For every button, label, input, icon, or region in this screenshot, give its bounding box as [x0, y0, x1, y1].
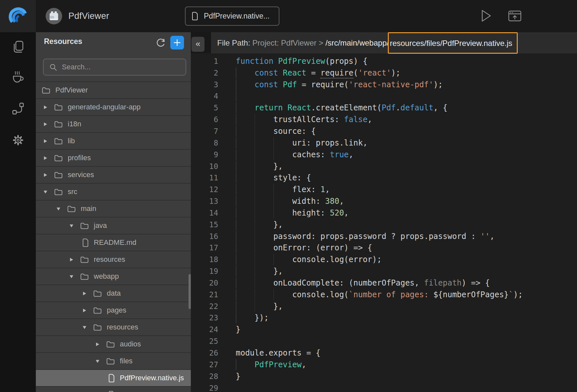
line-number: 29 [191, 384, 218, 392]
tree-row[interactable]: audios [36, 336, 191, 353]
chevron-down-icon[interactable] [95, 359, 100, 364]
code-text [236, 91, 255, 101]
avatar[interactable] [46, 8, 62, 24]
path-project: Project: PdfViewer > [252, 38, 325, 48]
line-number: 2 [191, 69, 218, 77]
tree-indent [36, 310, 82, 311]
indent-guide [255, 137, 255, 148]
run-button[interactable] [481, 9, 492, 22]
code-line: 2 const React = require('react'); [191, 67, 577, 79]
code-text: return React.createElement(Pdf.default, … [236, 103, 447, 112]
folder-icon [54, 137, 63, 145]
chevron-down-icon[interactable] [43, 189, 48, 194]
code-viewer[interactable]: 1function PdfPreview(props) {2 const Rea… [191, 53, 577, 392]
code-text: source: { [236, 127, 316, 136]
tree-scrollbar[interactable] [189, 274, 191, 309]
tree-row[interactable]: i18n [36, 116, 191, 133]
gear-icon[interactable] [11, 133, 25, 147]
tree-row[interactable] [36, 387, 191, 392]
chevron-right-icon[interactable] [43, 156, 48, 161]
tree-indent [36, 259, 69, 260]
code-line: 9 caches: true, [191, 149, 577, 161]
indent-guide [236, 266, 236, 277]
code-text: height: 520, [236, 208, 349, 217]
tree-row[interactable]: README.md [36, 234, 191, 251]
chevron-down-icon[interactable] [82, 325, 87, 330]
tree-indent [36, 327, 82, 328]
chevron-right-icon[interactable] [43, 105, 48, 110]
tree-item-label: audios [120, 340, 141, 348]
indent-guide [274, 254, 274, 265]
tree-row[interactable]: resources [36, 251, 191, 268]
search-input[interactable]: Search... [43, 59, 186, 76]
code-line: 6 trustAllCerts: false, [191, 114, 577, 125]
indent-guide [236, 231, 236, 242]
app-logo-tile[interactable] [0, 0, 36, 32]
indent-guide [255, 301, 255, 312]
code-line: 28} [191, 371, 577, 382]
code-text: }, [236, 162, 283, 171]
publish-button[interactable] [508, 9, 522, 23]
tree-row[interactable]: java [36, 217, 191, 234]
folder-icon [80, 273, 89, 280]
tree-row[interactable]: resources [36, 319, 191, 336]
collapse-panel-button[interactable]: « [191, 37, 204, 52]
flow-icon[interactable] [11, 102, 25, 116]
line-number: 26 [191, 349, 218, 357]
tree-row[interactable]: pages [36, 302, 191, 319]
tree-row[interactable]: files [36, 353, 191, 370]
tree-indent [36, 344, 95, 344]
code-text: }, [236, 267, 283, 276]
collapse-icon: « [196, 39, 200, 49]
chevron-right-icon[interactable] [95, 342, 100, 347]
path-prefix: /src/main/webapp/ [325, 38, 389, 48]
tree-row[interactable]: generated-angular-app [36, 99, 191, 116]
line-number: 1 [191, 57, 218, 65]
code-line: 22 }, [191, 301, 577, 312]
indent-guide [236, 277, 236, 288]
path-label: File Path: [217, 38, 252, 48]
tree-row-selected[interactable]: PdfPreview.native.js [36, 370, 191, 387]
tree-indent [36, 361, 95, 361]
tree-row[interactable]: main [36, 201, 191, 217]
tree-row[interactable]: data [36, 285, 191, 302]
code-line: 11 style: { [191, 172, 577, 184]
code-line: 15 }, [191, 219, 577, 231]
publish-icon [508, 9, 522, 23]
chevron-down-icon[interactable] [69, 223, 74, 228]
code-text: password: props.password ? props.passwor… [236, 232, 495, 241]
chevron-down-icon[interactable] [56, 206, 61, 211]
tree-row[interactable]: services [36, 167, 191, 184]
tree-row[interactable]: profiles [36, 150, 191, 167]
coffee-icon[interactable] [11, 70, 25, 84]
chevron-right-icon[interactable] [82, 291, 87, 296]
chevron-right-icon[interactable] [43, 139, 48, 144]
indent-guide [236, 79, 236, 90]
chevron-right-icon[interactable] [43, 122, 48, 127]
play-icon [481, 9, 492, 22]
line-number: 7 [191, 127, 218, 135]
code-text: }, [236, 302, 283, 311]
tree-row[interactable]: lib [36, 133, 191, 150]
search-placeholder: Search... [62, 63, 91, 71]
indent-guide [255, 161, 255, 172]
folder-icon [54, 104, 63, 111]
code-text: module.exports = { [236, 348, 320, 357]
pages-icon[interactable] [11, 40, 25, 54]
line-number: 23 [191, 314, 218, 322]
refresh-button[interactable] [155, 37, 166, 49]
add-resource-button[interactable] [170, 36, 184, 49]
chevron-down-icon[interactable] [69, 274, 74, 279]
chevron-right-icon[interactable] [43, 173, 48, 177]
tab-open-file[interactable]: PdfPreview.native... [185, 7, 279, 26]
line-number: 22 [191, 302, 218, 311]
chevron-right-icon[interactable] [82, 308, 87, 313]
tree-row[interactable]: webapp [36, 268, 191, 285]
tree-row[interactable]: src [36, 184, 191, 201]
tree-row[interactable]: PdfViewer [36, 82, 191, 99]
tree-indent [36, 158, 43, 158]
search-icon [49, 63, 57, 71]
line-number: 8 [191, 139, 218, 147]
indent-guide [236, 149, 236, 160]
chevron-right-icon[interactable] [69, 257, 74, 262]
